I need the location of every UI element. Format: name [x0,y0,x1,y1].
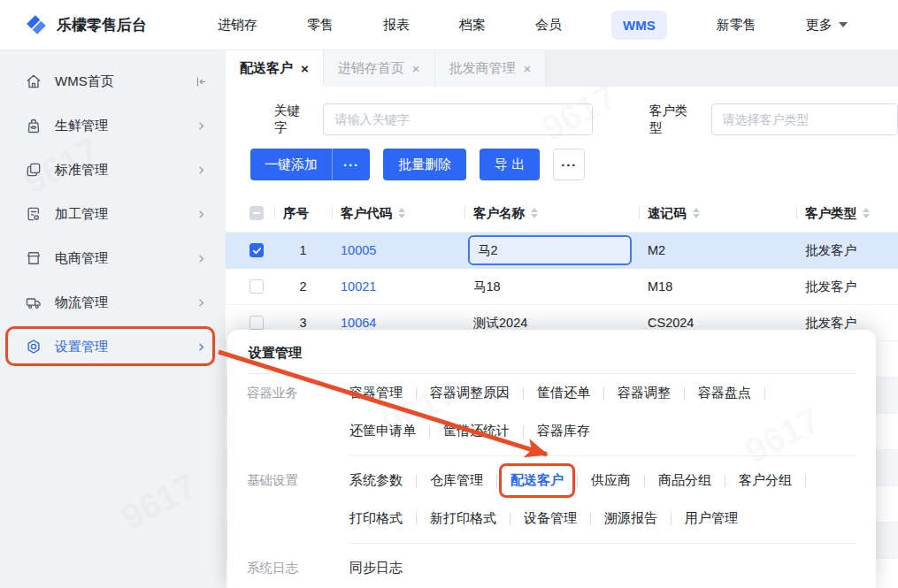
nav-item-huiyuan[interactable]: 会员 [535,17,562,34]
keyword-input[interactable] [323,103,592,135]
type-cell: 批发客户 [796,269,898,304]
row-checkbox[interactable] [249,316,264,330]
close-icon[interactable]: × [301,62,309,75]
menu-item[interactable]: 容器调整原因 [430,385,510,401]
menu-item[interactable]: 容器盘点 [698,385,751,401]
tab-delivery-customer[interactable]: 配送客户 × [226,50,324,87]
menu-item[interactable]: 筐借还单 [537,385,590,401]
menu-item[interactable]: 容器管理 [349,385,403,401]
row-checkbox[interactable] [249,279,264,294]
menu-item[interactable]: 仓库管理 [430,472,483,489]
close-icon[interactable]: × [524,62,532,75]
export-button[interactable]: 导 出 [480,149,540,180]
nav-item-jinxiaocun[interactable]: 进销存 [218,17,257,34]
menu-item[interactable]: 客户分组 [739,472,792,489]
truck-icon [25,294,42,311]
seq-cell: 2 [274,269,332,304]
customer-code-link[interactable]: 10021 [341,279,376,294]
sort-icon[interactable] [693,208,700,218]
toolbar: 一键添加 ··· 批量删除 导 出 ··· [226,136,898,180]
menu-item[interactable]: 设备管理 [524,510,577,527]
sort-icon[interactable] [398,208,405,218]
collapse-sidebar-icon[interactable] [195,75,208,88]
more-actions-button[interactable]: ··· [553,149,585,180]
item-divider [416,387,417,400]
sidebar-item-label: 标准管理 [55,162,182,179]
nav-item-dangan[interactable]: 档案 [459,17,486,34]
name-edit-input[interactable]: 马2 [468,235,632,265]
section-system-log: 系统日志 同步日志 [227,549,876,587]
column-customer-type[interactable]: 客户类型 [796,195,898,232]
nav-item-wms[interactable]: WMS [611,11,667,40]
customer-type-label: 客户类型 [649,103,701,136]
tab-bar: 配送客户 × 进销存首页 × 批发商管理 × [226,50,898,87]
item-divider [805,475,806,487]
brand-logo[interactable]: 乐檬零售后台 [25,13,147,36]
top-menu: 进销存 零售 报表 档案 会员 WMS 新零售 更多 [218,11,848,40]
table-row[interactable]: 1 10005 马2 M2 批发客户 [226,233,898,269]
header-checkbox-cell [239,195,274,232]
row-checkbox-checked[interactable] [249,243,264,257]
menu-item[interactable]: 供应商 [591,472,631,489]
customer-code-link[interactable]: 10005 [341,243,376,257]
column-customer-code[interactable]: 客户代码 [332,195,464,232]
nav-item-lingshou[interactable]: 零售 [307,17,334,34]
top-navbar: 乐檬零售后台 进销存 零售 报表 档案 会员 WMS 新零售 更多 [0,0,898,50]
menu-item[interactable]: 新打印格式 [430,510,496,527]
tab-wholesaler-mgmt[interactable]: 批发商管理 × [435,50,547,87]
column-mnemonic[interactable]: 速记码 [639,195,796,232]
item-divider [523,425,524,438]
sidebar-item-standard-mgmt[interactable]: 标准管理 [0,148,226,192]
nav-item-xinlingshou[interactable]: 新零售 [717,17,756,34]
menu-item[interactable]: 商品分组 [658,472,711,489]
quick-add-button[interactable]: 一键添加 [250,149,332,180]
sidebar-item-ecommerce-mgmt[interactable]: 电商管理 [0,236,226,280]
sort-icon[interactable] [531,208,538,218]
brand-name: 乐檬零售后台 [57,15,147,35]
sidebar-item-settings-mgmt[interactable]: 设置管理 [0,325,226,369]
customer-code-link[interactable]: 10064 [341,316,376,330]
item-divider [684,387,685,400]
tab-invoicing-home[interactable]: 进销存首页 × [324,50,435,87]
customer-type-select[interactable] [711,103,898,135]
menu-item[interactable]: 同步日志 [349,560,403,577]
sidebar-item-label: 设置管理 [55,339,182,355]
table-row[interactable]: 2 10021 马18 M18 批发客户 [226,269,898,305]
copy-icon [25,161,42,179]
menu-item[interactable]: 容器调整 [618,385,671,401]
menu-item[interactable]: 容器库存 [537,423,590,439]
nav-item-more[interactable]: 更多 [806,17,848,34]
quick-add-more-button[interactable]: ··· [333,149,370,180]
section-container-business: 容器业务 容器管理 容器调整原因 筐借还单 容器调整 容器盘点 还筐申请单 筐借… [227,374,876,450]
sidebar-item-fresh-mgmt[interactable]: 生鲜管理 [0,103,226,148]
menu-item[interactable]: 还筐申请单 [349,423,416,439]
menu-item[interactable]: 筐借还统计 [443,423,510,439]
panel-title: 设置管理 [227,330,876,373]
section-label: 基础设置 [247,462,349,538]
menu-item[interactable]: 用户管理 [685,510,738,527]
column-customer-name[interactable]: 客户名称 [464,195,639,232]
sidebar-item-wms-home[interactable]: WMS首页 [0,59,226,103]
nav-item-baobiao[interactable]: 报表 [383,17,410,34]
filter-bar: 关键字 客户类型 [226,87,898,136]
select-all-checkbox[interactable] [249,206,264,220]
sidebar-item-process-mgmt[interactable]: 加工管理 [0,192,226,236]
column-divider [332,207,333,220]
menu-item[interactable]: 打印格式 [349,510,403,527]
store-icon [25,249,42,267]
close-icon[interactable]: × [412,62,420,75]
chevron-right-icon [195,208,208,221]
batch-delete-button[interactable]: 批量删除 [383,149,466,180]
sort-icon[interactable] [863,208,870,218]
menu-item[interactable]: 系统参数 [349,472,403,489]
sidebar-item-logistics-mgmt[interactable]: 物流管理 [0,280,226,325]
section-label: 系统日志 [247,549,349,587]
item-divider [764,387,765,400]
menu-item-delivery-customer[interactable]: 配送客户 [510,472,564,489]
menu-item[interactable]: 溯源报告 [604,510,657,527]
item-divider [590,513,591,525]
divider [349,543,856,544]
item-divider [496,475,497,487]
chevron-right-icon [195,340,208,354]
item-divider [416,475,417,487]
